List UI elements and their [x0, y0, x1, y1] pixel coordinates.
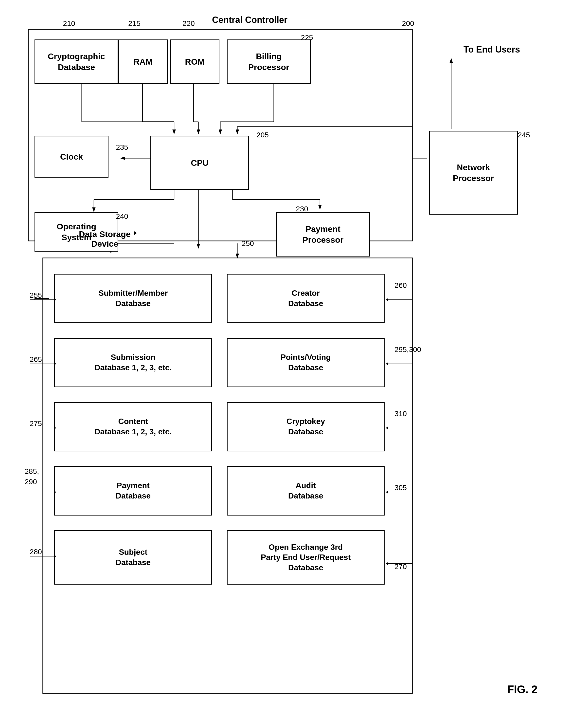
open-exchange-db-box: Open Exchange 3rdParty End User/RequestD…	[227, 530, 384, 584]
submission-db-box: SubmissionDatabase 1, 2, 3, etc.	[54, 338, 212, 387]
payment-db-box: PaymentDatabase	[54, 466, 212, 515]
fig-label: FIG. 2	[507, 683, 538, 696]
ref-235: 235	[116, 143, 128, 151]
svg-marker-46	[386, 362, 388, 366]
submitter-member-db-box: Submitter/MemberDatabase	[54, 274, 212, 323]
svg-marker-54	[134, 231, 137, 235]
ref-310: 310	[395, 409, 407, 418]
rom-box: ROM	[170, 39, 219, 84]
svg-marker-38	[54, 426, 56, 430]
ref-260: 260	[395, 281, 407, 290]
ram-box: RAM	[118, 39, 168, 84]
to-end-users-label: To End Users	[463, 44, 520, 55]
cpu-box: CPU	[150, 136, 249, 190]
network-processor-box: NetworkProcessor	[429, 131, 518, 214]
svg-marker-34	[54, 298, 56, 302]
audit-db-box: AuditDatabase	[227, 466, 384, 515]
payment-processor-box: PaymentProcessor	[276, 212, 370, 256]
ref-250: 250	[241, 239, 254, 248]
creator-db-box: CreatorDatabase	[227, 274, 384, 323]
billing-processor-box: BillingProcessor	[227, 39, 311, 84]
ref-200: 200	[402, 19, 414, 28]
central-controller-label: Central Controller	[212, 15, 288, 25]
cryptographic-db-box: CryptographicDatabase	[35, 39, 118, 84]
ref-210: 210	[63, 19, 75, 28]
svg-marker-52	[386, 562, 388, 565]
svg-marker-42	[54, 555, 56, 558]
ref-220: 220	[183, 19, 195, 28]
svg-marker-48	[386, 426, 388, 430]
points-voting-db-box: Points/VotingDatabase	[227, 338, 384, 387]
ref-295-300: 295,300	[395, 345, 421, 354]
cryptokey-db-box: CryptokeyDatabase	[227, 402, 384, 451]
svg-marker-40	[54, 490, 56, 494]
ref-240: 240	[116, 212, 128, 221]
svg-marker-50	[386, 490, 388, 494]
clock-box: Clock	[35, 136, 108, 178]
ref-230: 230	[296, 205, 308, 213]
ref-245: 245	[518, 131, 530, 139]
ref-215: 215	[128, 19, 141, 28]
svg-marker-44	[386, 298, 388, 302]
content-db-box: ContentDatabase 1, 2, 3, etc.	[54, 402, 212, 451]
diagram-container: 210 215 220 Central Controller 200 To En…	[10, 10, 552, 705]
ref-205: 205	[256, 131, 269, 139]
svg-marker-36	[54, 362, 56, 366]
subject-db-box: SubjectDatabase	[54, 530, 212, 584]
ref-285-290: 285,290	[25, 466, 39, 487]
ref-225: 225	[301, 33, 313, 42]
